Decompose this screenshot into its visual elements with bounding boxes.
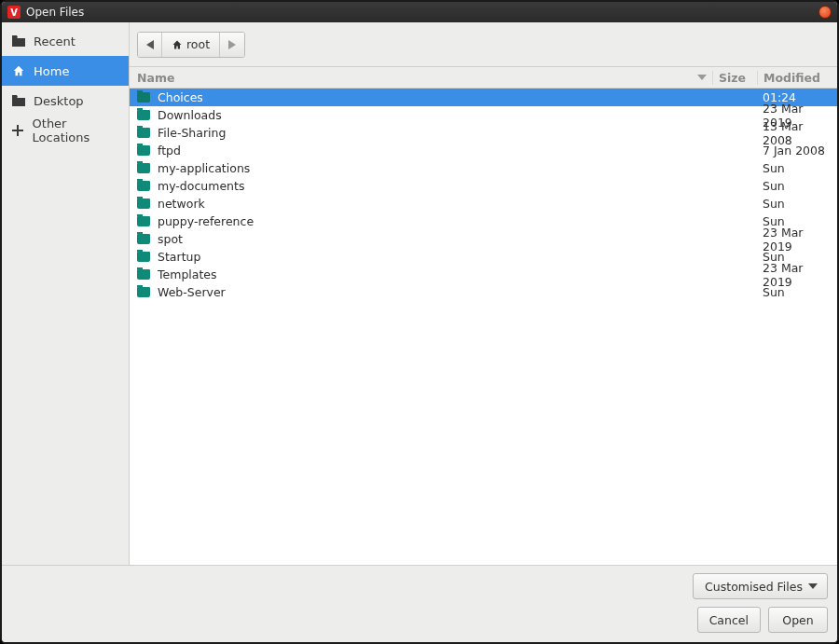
file-name-label: File-Sharing <box>158 126 226 140</box>
chevron-right-icon <box>228 40 236 49</box>
cancel-button[interactable]: Cancel <box>697 607 761 633</box>
file-list-header: Name Size Modified <box>130 67 837 89</box>
file-name-cell: my-documents <box>130 179 712 193</box>
file-name-label: Templates <box>158 267 217 281</box>
main-panel: root Name Size <box>130 22 837 565</box>
close-button[interactable] <box>818 6 832 19</box>
file-name-cell: ftpd <box>130 144 712 158</box>
file-row[interactable]: networkSun <box>130 195 837 212</box>
column-modified-label: Modified <box>763 71 820 85</box>
file-row[interactable]: spot23 Mar 2019 <box>130 230 837 248</box>
file-row[interactable]: my-documentsSun <box>130 177 837 195</box>
breadcrumb-label: root <box>186 37 210 51</box>
sidebar-item-label: Home <box>34 64 69 78</box>
open-button[interactable]: Open <box>768 607 828 633</box>
file-name-label: my-applications <box>158 161 250 175</box>
folder-icon <box>137 234 150 244</box>
file-name-cell: Templates <box>130 267 712 281</box>
svg-marker-2 <box>146 40 154 49</box>
folder-icon <box>137 110 150 120</box>
file-name-label: spot <box>158 232 183 246</box>
nav-forward-button[interactable] <box>220 33 244 57</box>
folder-icon <box>137 269 150 280</box>
plus-icon <box>11 125 25 136</box>
file-name-label: Web-Server <box>158 285 226 299</box>
svg-marker-4 <box>697 75 707 80</box>
column-header-modified[interactable]: Modified <box>757 71 837 85</box>
file-modified-cell: Sun <box>757 161 837 175</box>
folder-dark-icon <box>11 95 26 106</box>
chevron-left-icon <box>146 40 154 49</box>
folder-dark-icon <box>11 35 26 47</box>
file-row[interactable]: ftpd7 Jan 2008 <box>130 142 837 159</box>
file-name-label: puppy-reference <box>158 214 254 228</box>
file-name-cell: Web-Server <box>130 285 712 299</box>
file-row[interactable]: Templates23 Mar 2019 <box>130 266 837 283</box>
file-name-cell: network <box>130 197 712 211</box>
folder-icon <box>137 252 150 262</box>
folder-icon <box>137 163 150 173</box>
column-name-label: Name <box>137 71 174 85</box>
folder-icon <box>137 287 150 297</box>
column-header-name[interactable]: Name <box>130 71 712 85</box>
svg-marker-3 <box>228 40 236 49</box>
file-name-label: Startup <box>158 250 200 264</box>
path-nav-group: root <box>137 32 245 58</box>
file-name-cell: puppy-reference <box>130 214 712 228</box>
file-filter-dropdown[interactable]: Customised Files <box>693 573 828 599</box>
file-list[interactable]: Choices01:24Downloads23 Mar 2019File-Sha… <box>130 89 837 565</box>
places-sidebar: RecentHomeDesktopOther Locations <box>2 22 130 565</box>
file-modified-cell: 13 Mar 2008 <box>757 119 837 147</box>
file-row[interactable]: StartupSun <box>130 248 837 266</box>
sidebar-item-label: Recent <box>34 34 76 48</box>
nav-back-button[interactable] <box>138 33 162 57</box>
file-name-label: ftpd <box>158 144 181 158</box>
sidebar-item-recent[interactable]: Recent <box>2 26 129 56</box>
sidebar-item-home[interactable]: Home <box>2 56 129 86</box>
column-header-size[interactable]: Size <box>712 71 757 85</box>
cancel-label: Cancel <box>709 613 749 627</box>
file-row[interactable]: my-applicationsSun <box>130 159 837 177</box>
file-modified-cell: 23 Mar 2019 <box>757 261 837 289</box>
home-icon <box>11 64 26 77</box>
folder-icon <box>137 199 150 209</box>
dialog-footer: Customised Files Cancel Open <box>2 565 837 642</box>
column-size-label: Size <box>719 71 746 85</box>
folder-icon <box>137 92 150 103</box>
file-name-cell: spot <box>130 232 712 246</box>
file-open-dialog: V Open Files RecentHomeDesktopOther Loca… <box>0 0 839 644</box>
sidebar-item-label: Other Locations <box>33 116 119 144</box>
file-name-label: Choices <box>158 90 203 104</box>
file-name-label: Downloads <box>158 108 222 122</box>
folder-icon <box>137 216 150 226</box>
file-name-cell: Choices <box>130 90 712 104</box>
window-title: Open Files <box>26 6 84 19</box>
breadcrumb-root[interactable]: root <box>162 33 220 57</box>
file-modified-cell: Sun <box>757 179 837 193</box>
file-filter-label: Customised Files <box>705 580 803 594</box>
folder-icon <box>137 181 150 191</box>
file-modified-cell: 7 Jan 2008 <box>757 144 837 158</box>
sort-indicator-icon <box>697 75 707 80</box>
sidebar-item-other[interactable]: Other Locations <box>2 116 129 145</box>
file-row[interactable]: Downloads23 Mar 2019 <box>130 106 837 124</box>
sidebar-item-label: Desktop <box>34 94 84 108</box>
file-name-cell: my-applications <box>130 161 712 175</box>
file-modified-cell: 23 Mar 2019 <box>757 226 837 253</box>
file-row[interactable]: Web-ServerSun <box>130 283 837 301</box>
file-row[interactable]: File-Sharing13 Mar 2008 <box>130 124 837 142</box>
file-name-cell: Startup <box>130 250 712 264</box>
file-name-label: my-documents <box>158 179 244 193</box>
file-modified-cell: Sun <box>757 197 837 211</box>
app-icon: V <box>7 6 21 19</box>
open-label: Open <box>782 613 813 627</box>
file-name-cell: Downloads <box>130 108 712 122</box>
file-name-label: network <box>158 197 205 211</box>
file-row[interactable]: puppy-referenceSun <box>130 212 837 230</box>
sidebar-item-desktop[interactable]: Desktop <box>2 86 129 116</box>
chevron-down-icon <box>808 583 818 589</box>
titlebar: V Open Files <box>2 2 837 22</box>
file-name-cell: File-Sharing <box>130 126 712 140</box>
folder-icon <box>137 145 150 156</box>
file-row[interactable]: Choices01:24 <box>130 89 837 106</box>
